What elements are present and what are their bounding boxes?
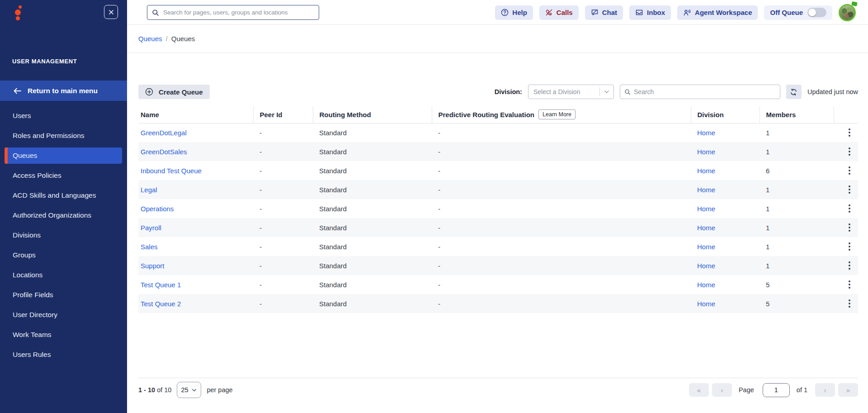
queue-name-link[interactable]: Sales xyxy=(141,243,158,251)
column-header-routing-method[interactable]: Routing Method xyxy=(313,106,432,123)
division-link[interactable]: Home xyxy=(697,300,715,308)
row-menu-kebab-icon[interactable] xyxy=(844,146,855,157)
queue-name-cell: Legal xyxy=(138,180,253,199)
queue-name-link[interactable]: Legal xyxy=(141,186,157,194)
first-page-button[interactable]: « xyxy=(689,383,709,397)
division-link[interactable]: Home xyxy=(697,148,715,156)
return-label: Return to main menu xyxy=(28,87,98,95)
division-link[interactable]: Home xyxy=(697,224,715,232)
sidebar-item[interactable]: ACD Skills and Languages xyxy=(0,185,127,205)
division-link[interactable]: Home xyxy=(697,167,715,175)
routing-method-cell: Standard xyxy=(313,256,432,275)
column-header-members[interactable]: Members xyxy=(760,106,834,123)
peer-id-cell: - xyxy=(253,180,313,199)
sidebar-item-label: Groups xyxy=(13,251,36,259)
last-page-button[interactable]: » xyxy=(838,383,858,397)
sidebar-item[interactable]: Queues xyxy=(5,147,122,164)
sidebar-item[interactable]: User Directory xyxy=(0,305,127,325)
members-cell: 1 xyxy=(760,218,834,237)
page-size-select[interactable]: 25 xyxy=(177,382,201,398)
sidebar-item[interactable]: Authorized Organizations xyxy=(0,205,127,225)
division-link[interactable]: Home xyxy=(697,186,715,194)
peer-id-cell: - xyxy=(253,161,313,180)
agent-workspace-button[interactable]: Agent Workspace xyxy=(677,5,758,20)
breadcrumb-current: Queues xyxy=(171,35,195,43)
predictive-cell: - xyxy=(432,199,691,218)
row-menu-kebab-icon[interactable] xyxy=(844,222,855,233)
routing-method-cell: Standard xyxy=(313,275,432,294)
help-button[interactable]: Help xyxy=(495,5,533,20)
next-page-button[interactable]: › xyxy=(815,383,835,397)
sidebar-item[interactable]: Roles and Permissions xyxy=(0,126,127,146)
calls-button[interactable]: Calls xyxy=(539,5,579,20)
division-select[interactable]: Select a Division xyxy=(528,85,614,99)
sidebar-item-label: Profile Fields xyxy=(13,291,53,299)
sidebar-item-label: Work Teams xyxy=(13,331,52,339)
division-link[interactable]: Home xyxy=(697,243,715,251)
off-queue-toggle[interactable] xyxy=(807,8,826,17)
sidebar-item[interactable]: Groups xyxy=(0,245,127,265)
queue-name-link[interactable]: GreenDotLegal xyxy=(141,129,187,137)
queues-toolbar: Create Queue Division: Select a Division xyxy=(138,84,858,100)
column-header-division[interactable]: Division xyxy=(691,106,760,123)
row-menu-kebab-icon[interactable] xyxy=(844,203,855,214)
breadcrumb-parent-link[interactable]: Queues xyxy=(138,35,162,43)
row-menu-kebab-icon[interactable] xyxy=(844,241,855,252)
sidebar-item[interactable]: Divisions xyxy=(0,225,127,245)
queue-name-link[interactable]: Payroll xyxy=(141,224,161,232)
row-menu-kebab-icon[interactable] xyxy=(844,279,855,290)
queue-name-link[interactable]: Inbound Test Queue xyxy=(141,167,202,175)
prev-page-button[interactable]: ‹ xyxy=(712,383,732,397)
table-search[interactable] xyxy=(620,85,780,99)
sidebar-item[interactable]: Access Policies xyxy=(0,166,127,185)
queue-name-cell: Test Queue 2 xyxy=(138,294,253,313)
page-count-label: of 1 xyxy=(797,386,807,394)
table-header-row: Name Peer Id Routing Method Predictive R… xyxy=(138,106,858,123)
global-search-input[interactable] xyxy=(163,9,314,16)
refresh-button[interactable] xyxy=(786,85,802,99)
queue-name-link[interactable]: Support xyxy=(141,262,165,270)
queue-row: Inbound Test Queue - Standard - Home 6 xyxy=(138,161,858,180)
close-sidebar-button[interactable] xyxy=(104,5,118,19)
table-search-input[interactable] xyxy=(634,88,776,95)
division-filter-label: Division: xyxy=(495,88,522,95)
division-link[interactable]: Home xyxy=(697,205,715,213)
create-queue-label: Create Queue xyxy=(159,88,203,96)
routing-method-cell: Standard xyxy=(313,180,432,199)
division-link[interactable]: Home xyxy=(697,129,715,137)
row-menu-kebab-icon[interactable] xyxy=(844,127,855,138)
breadcrumb-separator: / xyxy=(166,35,168,43)
queue-name-link[interactable]: Test Queue 1 xyxy=(141,281,181,289)
chat-button[interactable]: Chat xyxy=(585,5,623,20)
row-menu-kebab-icon[interactable] xyxy=(844,184,855,195)
row-menu-kebab-icon[interactable] xyxy=(844,165,855,176)
queue-name-cell: Payroll xyxy=(138,218,253,237)
sidebar-item[interactable]: Locations xyxy=(0,265,127,285)
sidebar-item[interactable]: Users xyxy=(0,106,127,126)
sidebar-item[interactable]: Work Teams xyxy=(0,325,127,345)
user-avatar[interactable] xyxy=(839,4,856,21)
peer-id-cell: - xyxy=(253,256,313,275)
sidebar-item[interactable]: Users Rules xyxy=(0,345,127,365)
learn-more-button[interactable]: Learn More xyxy=(538,109,576,119)
queue-name-link[interactable]: Operations xyxy=(141,205,174,213)
peer-id-cell: - xyxy=(253,142,313,161)
search-icon xyxy=(152,9,159,16)
column-header-name[interactable]: Name xyxy=(138,106,253,123)
create-queue-button[interactable]: Create Queue xyxy=(138,85,210,99)
division-link[interactable]: Home xyxy=(697,281,715,289)
inbox-button[interactable]: Inbox xyxy=(629,5,671,20)
queue-name-cell: Test Queue 1 xyxy=(138,275,253,294)
queue-name-link[interactable]: GreenDotSales xyxy=(141,148,187,156)
sidebar-item-label: User Directory xyxy=(13,311,57,319)
column-header-peer-id[interactable]: Peer Id xyxy=(253,106,313,123)
global-search[interactable] xyxy=(147,5,319,20)
queue-name-link[interactable]: Test Queue 2 xyxy=(141,300,181,308)
page-number-input[interactable] xyxy=(763,383,790,397)
row-menu-kebab-icon[interactable] xyxy=(844,298,855,309)
row-menu-kebab-icon[interactable] xyxy=(844,260,855,271)
sidebar-item[interactable]: Profile Fields xyxy=(0,285,127,305)
return-to-main-menu[interactable]: Return to main menu xyxy=(0,81,127,101)
footer-divider xyxy=(138,378,858,378)
division-link[interactable]: Home xyxy=(697,262,715,270)
